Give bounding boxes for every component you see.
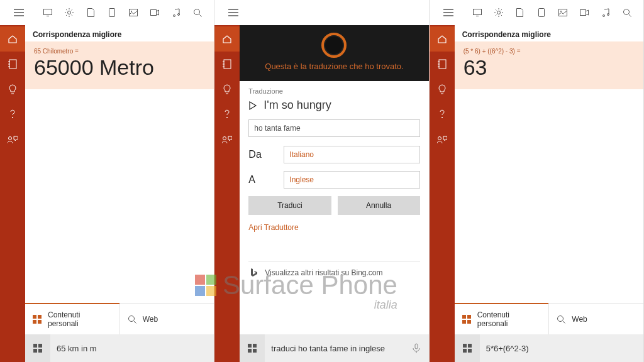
tab-web[interactable]: Web: [119, 304, 214, 334]
to-language-select[interactable]: Inglese: [284, 171, 419, 189]
result-subtitle: 65 Chilometro =: [34, 48, 205, 55]
content: Corrispondenza migliore (5 * 6) + ((6^2)…: [455, 25, 643, 362]
search-input[interactable]: [50, 344, 214, 353]
source-text-input[interactable]: [248, 119, 419, 137]
sidebar-help[interactable]: [214, 102, 240, 127]
search-input[interactable]: [265, 344, 403, 353]
desktop-icon[interactable]: [43, 8, 53, 18]
svg-rect-15: [38, 320, 42, 324]
sidebar-bulb[interactable]: [430, 77, 455, 102]
gear-icon[interactable]: [494, 8, 504, 18]
svg-point-33: [560, 11, 562, 12]
svg-rect-18: [38, 344, 42, 348]
music-icon[interactable]: [171, 8, 181, 18]
play-icon[interactable]: [248, 101, 257, 110]
search-icon[interactable]: [192, 8, 203, 18]
sidebar-notebook[interactable]: [430, 52, 455, 77]
search-icon[interactable]: [622, 8, 632, 18]
sidebar-home[interactable]: [214, 26, 240, 52]
music-icon[interactable]: [601, 8, 611, 18]
section-title: Corrispondenza migliore: [455, 25, 643, 41]
image-icon[interactable]: [558, 8, 568, 18]
gear-icon[interactable]: [64, 8, 74, 18]
result-card[interactable]: (5 * 6) + ((6^2) - 3) = 63: [455, 41, 643, 89]
svg-rect-21: [224, 60, 231, 69]
tab-personal[interactable]: Contenuti personali: [25, 303, 119, 334]
svg-rect-13: [38, 315, 42, 319]
panel-translation: Questa è la traduzione che ho trovato. T…: [214, 0, 429, 362]
body-row: Questa è la traduzione che ho trovato. T…: [214, 25, 428, 362]
document-icon[interactable]: [515, 8, 525, 18]
sidebar-home[interactable]: [430, 26, 455, 52]
panel-calculator: Corrispondenza migliore (5 * 6) + ((6^2)…: [430, 0, 644, 362]
body-row: Corrispondenza migliore 65 Chilometro = …: [0, 25, 214, 362]
mic-icon[interactable]: [404, 334, 429, 362]
sidebar-bulb[interactable]: [214, 77, 240, 102]
sidebar: [214, 25, 240, 362]
tab-web[interactable]: Web: [548, 304, 643, 334]
sidebar-bulb[interactable]: [0, 77, 25, 102]
video-icon[interactable]: [579, 8, 589, 18]
bing-results-link[interactable]: Visualizza altri risultati su Bing.com: [248, 268, 419, 278]
svg-rect-42: [467, 315, 471, 319]
desktop-icon[interactable]: [472, 8, 482, 18]
document-icon[interactable]: [86, 8, 96, 18]
sidebar-feedback[interactable]: [214, 127, 240, 152]
sidebar-notebook[interactable]: [0, 52, 25, 77]
sidebar-feedback[interactable]: [430, 127, 455, 152]
svg-point-23: [223, 137, 226, 140]
from-row: Da Italiano: [248, 146, 419, 163]
cancel-button[interactable]: Annulla: [338, 196, 420, 215]
sidebar-feedback[interactable]: [0, 127, 25, 152]
tab-label: Contenuti personali: [477, 310, 541, 328]
tablet-icon[interactable]: [107, 8, 117, 18]
tab-label: Contenuti personali: [48, 310, 112, 328]
topbar: [214, 0, 428, 25]
svg-rect-31: [538, 9, 544, 17]
sidebar: [0, 25, 25, 362]
sidebar-home[interactable]: [0, 26, 25, 52]
svg-point-37: [623, 9, 629, 15]
svg-point-39: [441, 117, 443, 118]
svg-rect-24: [248, 344, 252, 348]
open-translator-link[interactable]: Apri Traduttore: [248, 223, 298, 232]
start-button[interactable]: [455, 334, 480, 362]
svg-rect-48: [463, 349, 467, 353]
translate-button[interactable]: Traduci: [248, 196, 331, 215]
image-icon[interactable]: [128, 8, 138, 18]
to-label: A: [248, 174, 274, 185]
svg-rect-19: [33, 349, 37, 353]
svg-rect-41: [462, 315, 466, 319]
svg-point-16: [128, 315, 134, 321]
hamburger-icon[interactable]: [6, 9, 31, 16]
sidebar-help[interactable]: [430, 102, 455, 127]
svg-rect-3: [130, 9, 138, 16]
hamburger-icon[interactable]: [436, 9, 461, 16]
video-icon[interactable]: [150, 8, 160, 18]
tablet-icon[interactable]: [536, 8, 547, 18]
start-button[interactable]: [25, 334, 50, 362]
svg-rect-44: [467, 320, 471, 324]
sidebar-help[interactable]: [0, 102, 25, 127]
bottom-tabs: Contenuti personali Web: [25, 303, 214, 334]
hamburger-icon[interactable]: [221, 9, 246, 16]
panel-conversion: Corrispondenza migliore 65 Chilometro = …: [0, 0, 214, 362]
from-language-select[interactable]: Italiano: [284, 146, 419, 163]
topbar: [0, 0, 214, 25]
start-button[interactable]: [240, 334, 265, 362]
svg-rect-26: [248, 349, 252, 353]
svg-rect-17: [33, 344, 37, 348]
svg-point-40: [438, 137, 441, 140]
tab-personal[interactable]: Contenuti personali: [455, 303, 549, 334]
content: Questa è la traduzione che ho trovato. T…: [240, 25, 428, 362]
svg-point-4: [131, 11, 132, 12]
topbar: [430, 0, 643, 25]
search-input[interactable]: [480, 344, 643, 353]
svg-rect-34: [580, 10, 586, 16]
sidebar: [430, 25, 455, 362]
svg-rect-25: [253, 344, 257, 348]
button-row: Traduci Annulla: [248, 196, 419, 215]
sidebar-notebook[interactable]: [214, 52, 240, 77]
result-card[interactable]: 65 Chilometro = 65000 Metro: [25, 41, 214, 89]
svg-rect-47: [468, 344, 472, 348]
